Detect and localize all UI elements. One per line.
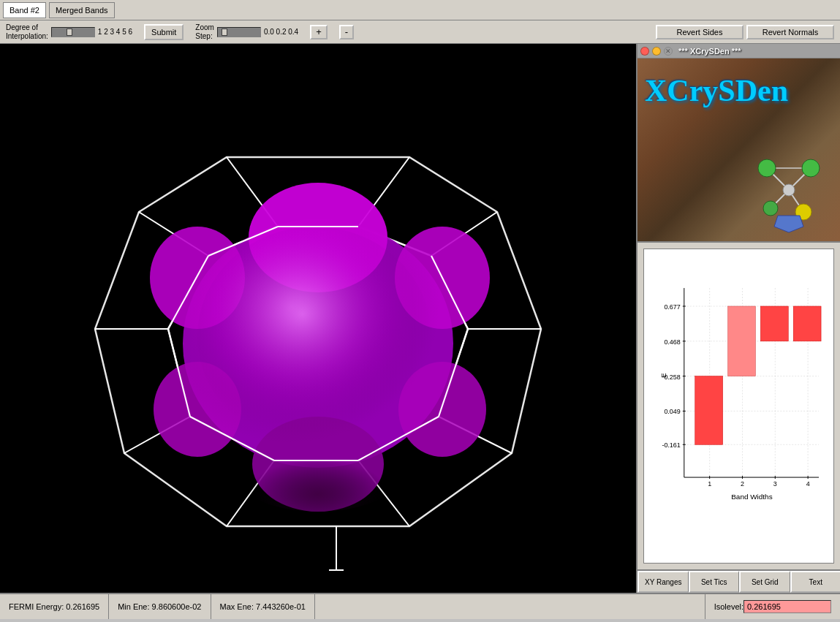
zoom-plus-button[interactable]: +	[310, 25, 328, 39]
zoom-label: Zoom Step:	[195, 23, 214, 41]
3d-viewport[interactable]	[0, 44, 636, 593]
svg-rect-78	[793, 306, 821, 341]
tab-band2[interactable]: Band #2	[3, 2, 46, 18]
bottom-buttons-bar: XY Ranges Set Tics Set Grid Text	[637, 569, 840, 593]
zoom-minus-button[interactable]: -	[339, 25, 354, 39]
svg-text:Band Widths: Band Widths	[731, 493, 772, 501]
xcrysden-window: ✕ *** XCrySDen *** XCrySDen	[637, 44, 840, 243]
svg-point-40	[763, 201, 778, 216]
text-button[interactable]: Text	[790, 571, 841, 593]
max-ene-status: Max Ene: 7.443260e-01	[211, 594, 315, 619]
xcrysden-titlebar: ✕ *** XCrySDen ***	[637, 44, 840, 58]
svg-rect-75	[695, 376, 723, 445]
molecule-svg	[745, 146, 833, 234]
band-widths-chart: 0.677 0.468 0.258 0.049 -0.161 E 1 2 3 4	[644, 249, 833, 545]
svg-text:2: 2	[741, 480, 744, 488]
main-area: ✕ *** XCrySDen *** XCrySDen	[0, 44, 840, 593]
x-button[interactable]: ✕	[664, 47, 673, 56]
submit-button[interactable]: Submit	[144, 24, 183, 40]
right-panel: ✕ *** XCrySDen *** XCrySDen	[636, 44, 840, 593]
revert-sides-button[interactable]: Revert Sides	[656, 25, 743, 39]
interpolation-slider[interactable]	[51, 27, 95, 37]
minimize-traffic-light[interactable]	[652, 47, 661, 56]
isolevel-label: Isolevel:	[714, 602, 743, 611]
svg-text:3: 3	[773, 480, 777, 488]
scale-labels: 1 2 3 4 5 6	[98, 28, 132, 36]
interpolation-control: Degree of Interpolation: 1 2 3 4 5 6	[6, 23, 132, 41]
svg-point-20	[197, 227, 431, 446]
svg-point-39	[802, 159, 820, 177]
svg-text:E: E	[659, 373, 667, 378]
svg-text:4: 4	[806, 480, 810, 488]
svg-text:1: 1	[708, 480, 711, 488]
svg-point-38	[758, 159, 776, 177]
status-bar: FERMI Energy: 0.261695 Min Ene: 9.860600…	[0, 593, 840, 619]
svg-marker-43	[774, 216, 803, 232]
xcrysden-title: *** XCrySDen ***	[678, 47, 741, 56]
step-values: 0.0 0.2 0.4	[264, 28, 298, 36]
svg-point-21	[230, 424, 406, 512]
isolevel-status: Isolevel:	[705, 594, 840, 619]
revert-normals-button[interactable]: Revert Normals	[746, 25, 834, 39]
controls-bar: Degree of Interpolation: 1 2 3 4 5 6 Sub…	[0, 20, 840, 44]
svg-text:0.049: 0.049	[664, 408, 680, 415]
logo-text: XCrySDen	[645, 73, 788, 108]
svg-rect-77	[760, 306, 788, 341]
zoom-slider[interactable]	[217, 27, 261, 37]
set-tics-button[interactable]: Set Tics	[689, 571, 740, 593]
svg-text:-0.161: -0.161	[662, 441, 680, 449]
set-grid-button[interactable]: Set Grid	[739, 571, 790, 593]
chart-area: 0.677 0.468 0.258 0.049 -0.161 E 1 2 3 4	[643, 249, 834, 564]
zoom-control: Zoom Step: 0.0 0.2 0.4	[195, 23, 298, 41]
fermi-energy-status: FERMI Energy: 0.261695	[0, 594, 109, 619]
xcrysden-logo: XCrySDen	[637, 58, 840, 241]
svg-text:0.677: 0.677	[664, 303, 680, 311]
isolevel-input[interactable]	[743, 600, 831, 613]
svg-rect-76	[728, 306, 756, 376]
svg-text:0.468: 0.468	[664, 338, 680, 346]
close-traffic-light[interactable]	[640, 47, 649, 56]
min-ene-status: Min Ene: 9.860600e-02	[109, 594, 211, 619]
svg-point-42	[783, 184, 795, 196]
tab-merged-bands[interactable]: Merged Bands	[49, 2, 115, 18]
degree-label: Degree of Interpolation:	[6, 23, 48, 41]
tab-bar: Band #2 Merged Bands	[0, 0, 840, 20]
xy-ranges-button[interactable]: XY Ranges	[637, 571, 689, 593]
